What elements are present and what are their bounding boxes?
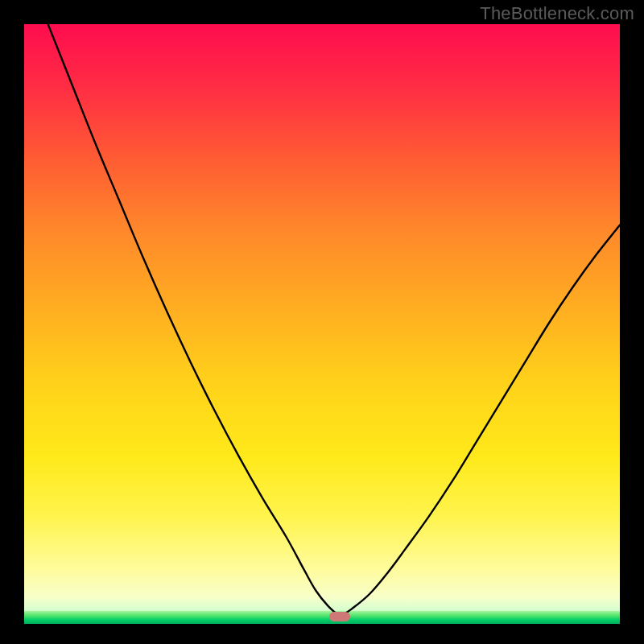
chart-frame: TheBottleneck.com: [0, 0, 644, 644]
bottleneck-curve: [24, 24, 620, 624]
watermark-text: TheBottleneck.com: [480, 3, 634, 24]
curve-right-branch: [340, 225, 620, 617]
curve-left-branch: [48, 24, 341, 617]
optimum-marker: [329, 612, 350, 621]
plot-area: [24, 24, 620, 624]
